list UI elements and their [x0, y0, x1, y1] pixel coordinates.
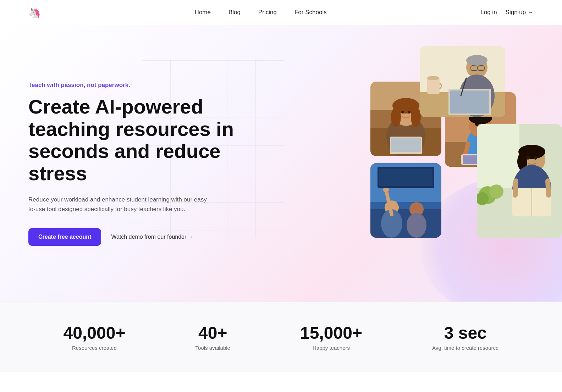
stat-tools-number: 40+: [195, 323, 230, 343]
hero-tagline: Teach with passion, not paperwork.: [28, 82, 248, 89]
stat-time-number: 3 sec: [432, 323, 498, 343]
hero-actions: Create free account Watch demo from our …: [28, 228, 248, 246]
svg-line-60: [515, 181, 516, 195]
svg-point-58: [526, 156, 530, 160]
login-link[interactable]: Log in: [480, 9, 497, 16]
nav-auth: Log in Sign up →: [480, 9, 534, 16]
stat-time: 3 sec Avg. time to create resource: [432, 323, 498, 351]
svg-point-9: [408, 111, 411, 114]
nav-links: Home Blog Pricing For Schools: [195, 9, 327, 16]
hero-content: Teach with passion, not paperwork. Creat…: [28, 46, 248, 246]
cta-primary-button[interactable]: Create free account: [28, 228, 101, 246]
navbar: 🦄 Home Blog Pricing For Schools Log in S…: [0, 0, 562, 25]
svg-point-37: [427, 76, 439, 80]
nav-blog[interactable]: Blog: [228, 9, 241, 16]
nav-for-schools[interactable]: For Schools: [294, 9, 327, 16]
stat-tools-label: Tools available: [195, 345, 230, 351]
stats-section: 40,000+ Resources created 40+ Tools avai…: [0, 302, 562, 372]
svg-point-43: [466, 55, 487, 66]
nav-pricing[interactable]: Pricing: [258, 9, 277, 16]
stat-teachers-label: Happy teachers: [300, 345, 362, 351]
signup-link[interactable]: Sign up →: [506, 9, 534, 16]
svg-point-32: [475, 122, 479, 126]
svg-rect-36: [427, 78, 440, 94]
hero-image-student-studying: [477, 124, 562, 238]
logo-icon: 🦄: [28, 7, 41, 18]
stat-tools: 40+ Tools available: [195, 323, 230, 351]
svg-point-50: [489, 184, 503, 199]
stat-resources-number: 40,000+: [64, 323, 126, 343]
svg-point-8: [401, 111, 404, 114]
stat-time-label: Avg. time to create resource: [432, 345, 498, 351]
stat-resources-label: Resources created: [64, 345, 126, 351]
hero-title: Create AI-powered teaching resources in …: [28, 96, 248, 185]
hero-image-classroom: [370, 163, 441, 238]
svg-rect-22: [379, 169, 432, 186]
hero-image-collage: [363, 46, 562, 294]
logo[interactable]: 🦄: [28, 7, 41, 18]
svg-rect-45: [450, 90, 489, 114]
svg-point-6: [391, 107, 401, 127]
hero-image-laptop-person: [420, 46, 505, 117]
stat-resources: 40,000+ Resources created: [64, 323, 126, 351]
hero-description: Reduce your workload and enhance student…: [28, 195, 213, 214]
svg-point-7: [411, 107, 421, 127]
stat-teachers: 15,000+ Happy teachers: [300, 323, 362, 351]
svg-line-61: [548, 181, 549, 195]
svg-rect-11: [391, 138, 421, 152]
watch-demo-button[interactable]: Watch demo from our founder →: [111, 234, 193, 240]
svg-rect-48: [477, 124, 519, 188]
nav-home[interactable]: Home: [195, 9, 211, 16]
svg-point-59: [534, 156, 537, 160]
hero-section: Teach with passion, not paperwork. Creat…: [0, 25, 562, 302]
stat-teachers-number: 15,000+: [300, 323, 362, 343]
svg-point-20: [407, 213, 426, 238]
